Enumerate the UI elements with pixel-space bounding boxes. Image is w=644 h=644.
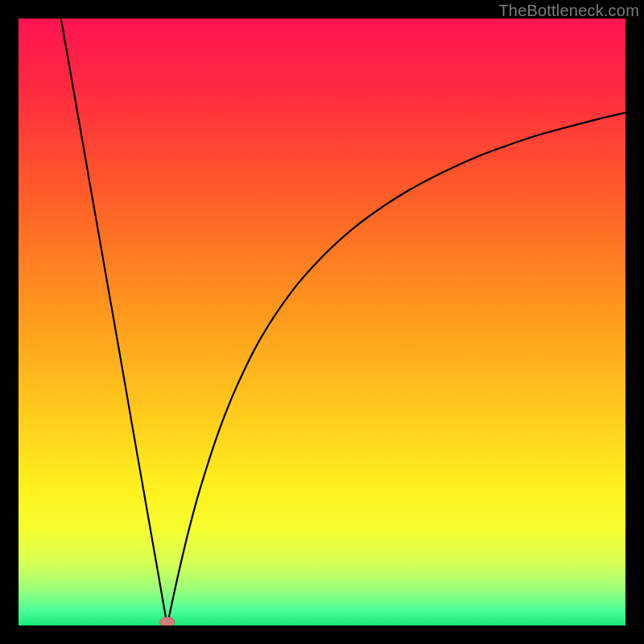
gradient-background	[19, 19, 625, 625]
watermark-text: TheBottleneck.com	[498, 2, 639, 20]
minimum-marker	[160, 617, 175, 626]
chart-frame	[19, 19, 625, 625]
bottleneck-chart	[19, 19, 625, 625]
